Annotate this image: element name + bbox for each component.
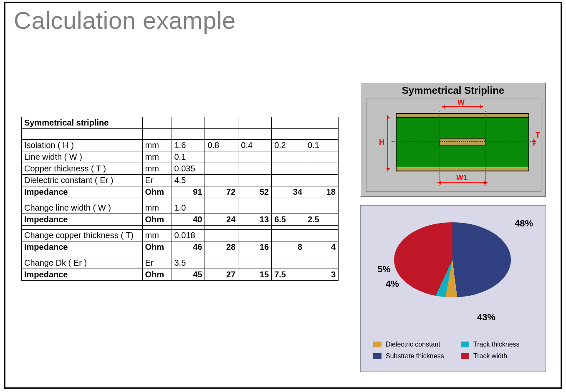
legend-label: Substrate thickness: [386, 352, 444, 360]
dim-arrow-h: [387, 115, 388, 171]
table-row: Change line width ( W ) mm 1.0: [22, 202, 339, 214]
legend-item: Dielectric constant: [373, 341, 448, 348]
pct-label-4: 4%: [386, 279, 399, 289]
legend-label: Dielectric constant: [386, 341, 440, 348]
swatch-icon: [373, 353, 382, 359]
trace-shape: [439, 138, 486, 146]
table-row: Change copper thickness ( T) mm 0.018: [22, 230, 339, 241]
dim-label-w1: W1: [456, 173, 467, 182]
calculation-table: Symmetrical stripline Isolation ( H ) mm…: [21, 117, 339, 281]
legend-item: Track width: [461, 352, 536, 360]
table-row: Impedance Ohm 40 24 13 6.5 2.5: [22, 214, 339, 226]
stripline-diagram: Symmetrical Stripline H W W1 T: [360, 82, 546, 197]
pct-label-5: 5%: [377, 264, 391, 275]
swatch-icon: [461, 342, 469, 347]
table-row: Change Dk ( Er ) Er 3.5: [22, 257, 339, 269]
table-row: Impedance Ohm 91 72 52 34 18: [22, 186, 339, 198]
slide-frame: Calculation example Symmetrical striplin…: [4, 2, 562, 389]
pct-label-48: 48%: [515, 218, 533, 229]
dim-arrow-t: [533, 138, 534, 146]
table-row: Line width ( W ) mm 0.1: [22, 151, 339, 163]
dim-label-t: T: [536, 131, 540, 140]
dim-label-w: W: [457, 98, 465, 107]
pie-legend: Dielectric constant Track thickness Subs…: [373, 341, 536, 364]
pct-label-43: 43%: [477, 312, 495, 323]
legend-item: Track thickness: [461, 341, 536, 348]
dim-label-h: H: [379, 138, 384, 147]
swatch-icon: [373, 342, 382, 347]
legend-label: Track thickness: [473, 341, 520, 348]
table-row: Isolation ( H ) mm 1.6 0.8 0.4 0.2 0.1: [22, 140, 339, 151]
page-title: Calculation example: [14, 6, 236, 34]
swatch-icon: [461, 353, 469, 359]
table-row: Impedance Ohm 46 28 16 8 4: [22, 241, 339, 253]
table-row: Dielectric constant ( Er ) Er 4.5: [22, 175, 339, 186]
table-row: Impedance Ohm 45 27 15 7.5 3: [22, 269, 339, 281]
table-header: Symmetrical stripline: [22, 117, 143, 129]
diagram-title: Symmetrical Stripline: [361, 85, 545, 96]
legend-label: Track width: [473, 352, 507, 360]
pie-chart-panel: 48% 43% 5% 4% Dielectric constant Track …: [360, 205, 546, 372]
pie-chart: [394, 222, 511, 306]
table-row: Copper thickness ( T ) mm 0.035: [22, 163, 339, 175]
legend-item: Substrate thickness: [373, 352, 448, 360]
